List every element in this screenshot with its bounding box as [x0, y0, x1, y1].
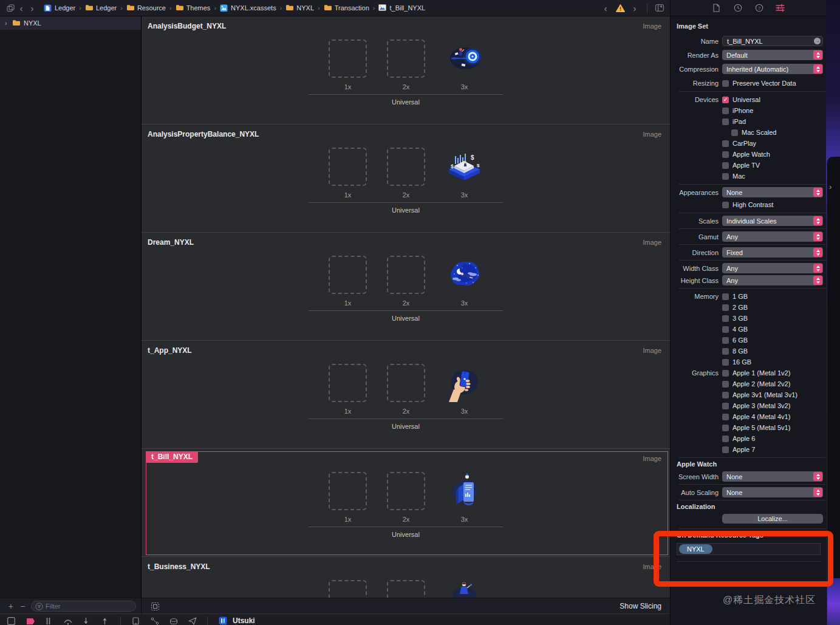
- slot-3x[interactable]: [445, 256, 483, 294]
- back-button[interactable]: ‹: [16, 3, 27, 13]
- width-class-dropdown[interactable]: Any: [722, 263, 823, 273]
- graphics-option[interactable]: Apple 5 (Metal 5v1): [722, 422, 823, 433]
- slot-3x[interactable]: [445, 364, 483, 402]
- checkbox[interactable]: [722, 118, 729, 125]
- breadcrumb-item[interactable]: Themes ›: [176, 4, 220, 12]
- device-option[interactable]: Apple Watch: [722, 149, 823, 160]
- checkbox[interactable]: [722, 392, 729, 398]
- next-issue-button[interactable]: ›: [629, 3, 640, 13]
- checkbox[interactable]: [722, 293, 729, 300]
- step-over-icon[interactable]: [64, 616, 72, 625]
- memory-option[interactable]: 16 GB: [722, 357, 823, 367]
- high-contrast-option[interactable]: High Contrast: [722, 199, 823, 210]
- filter-field[interactable]: [31, 601, 136, 612]
- slot-1x[interactable]: [329, 364, 367, 402]
- slot-2x[interactable]: [387, 472, 425, 510]
- slicing-icon[interactable]: [149, 601, 160, 611]
- checkbox[interactable]: [722, 348, 729, 355]
- show-slicing-button[interactable]: Show Slicing: [620, 602, 661, 610]
- device-option[interactable]: iPhone: [722, 105, 823, 116]
- breadcrumb-item[interactable]: NYXL.xcassets ›: [220, 4, 285, 12]
- checkbox[interactable]: [722, 108, 729, 114]
- remove-button[interactable]: −: [17, 601, 29, 611]
- auto-scaling-dropdown[interactable]: None: [722, 487, 823, 497]
- graphics-option[interactable]: Apple 3v1 (Metal 3v1): [722, 389, 823, 400]
- checkbox[interactable]: [731, 129, 738, 136]
- warning-icon[interactable]: [615, 3, 626, 13]
- checkbox[interactable]: [722, 446, 729, 453]
- slot-2x[interactable]: [387, 39, 425, 78]
- image-set-row[interactable]: AnalysisBudget_NYXL Image 1x 2x 3x Unive…: [142, 16, 670, 125]
- attributes-inspector-icon[interactable]: [775, 3, 786, 13]
- step-out-icon[interactable]: [101, 616, 109, 625]
- slot-1x[interactable]: [329, 39, 367, 78]
- device-option[interactable]: Universal: [722, 94, 823, 105]
- checkbox[interactable]: [722, 202, 729, 208]
- image-set-row[interactable]: AnalysisPropertyBalance_NYXL Image 1x 2x…: [142, 125, 670, 233]
- disclosure-chevron-icon[interactable]: ›: [5, 19, 12, 27]
- graphics-option[interactable]: Apple 4 (Metal 4v1): [722, 411, 823, 422]
- scheme-name[interactable]: Utsuki: [233, 616, 255, 625]
- scales-dropdown[interactable]: Individual Scales: [722, 216, 823, 226]
- memory-option[interactable]: 4 GB: [722, 324, 823, 335]
- send-icon[interactable]: [188, 616, 196, 625]
- checkbox[interactable]: [722, 97, 729, 103]
- history-inspector-icon[interactable]: [732, 3, 743, 13]
- slot-2x[interactable]: [387, 580, 425, 598]
- checkbox[interactable]: [722, 80, 729, 87]
- compression-dropdown[interactable]: Inherited (Automatic): [722, 64, 823, 74]
- breadcrumb-item[interactable]: t_Bill_NYXL ›: [378, 4, 425, 12]
- graphics-option[interactable]: Apple 2 (Metal 2v2): [722, 378, 823, 389]
- screen-width-dropdown[interactable]: None: [722, 471, 823, 482]
- slot-1x[interactable]: [329, 472, 367, 510]
- checkbox[interactable]: [722, 403, 729, 409]
- height-class-dropdown[interactable]: Any: [722, 275, 823, 285]
- file-inspector-icon[interactable]: [711, 3, 722, 13]
- breadcrumb-item[interactable]: Ledger ›: [85, 4, 126, 12]
- hide-debug-area-icon[interactable]: [7, 616, 15, 625]
- odr-tag-token[interactable]: NYXL: [679, 544, 712, 554]
- jump-arrow-icon[interactable]: [814, 38, 821, 44]
- filter-input[interactable]: [46, 603, 132, 610]
- step-into-icon[interactable]: [83, 616, 90, 625]
- slot-2x[interactable]: [387, 148, 425, 186]
- slot-3x[interactable]: [445, 472, 483, 510]
- slot-2x[interactable]: [387, 256, 425, 294]
- direction-dropdown[interactable]: Fixed: [722, 247, 823, 258]
- graphics-option[interactable]: Apple 7: [722, 444, 823, 455]
- checkbox[interactable]: [722, 140, 729, 147]
- memory-option[interactable]: 3 GB: [722, 313, 823, 324]
- checkbox[interactable]: [722, 151, 729, 158]
- appearances-dropdown[interactable]: None: [722, 187, 823, 197]
- checkbox[interactable]: [722, 425, 729, 431]
- checkbox[interactable]: [722, 359, 729, 366]
- preserve-vector-data-option[interactable]: Preserve Vector Data: [722, 78, 823, 89]
- checkbox[interactable]: [722, 435, 729, 442]
- device-option[interactable]: Mac: [722, 171, 823, 182]
- breadcrumb-item[interactable]: Ledger ›: [44, 4, 85, 12]
- checkbox[interactable]: [722, 173, 729, 180]
- checkbox[interactable]: [722, 162, 729, 169]
- help-inspector-icon[interactable]: ?: [754, 3, 765, 13]
- slot-1x[interactable]: [329, 580, 367, 598]
- slot-1x[interactable]: [329, 148, 367, 186]
- network-icon[interactable]: [151, 616, 159, 625]
- previous-issue-button[interactable]: ‹: [600, 3, 611, 13]
- breadcrumb-item[interactable]: Transaction ›: [324, 4, 379, 12]
- image-set-row[interactable]: t_Business_NYXL Image 1x 2x 3x Universal: [142, 557, 670, 598]
- memory-option[interactable]: 2 GB: [722, 302, 823, 313]
- gamut-dropdown[interactable]: Any: [722, 231, 823, 242]
- checkbox[interactable]: [722, 370, 729, 377]
- image-set-row[interactable]: t_App_NYXL Image 1x 2x 3x Universal: [142, 341, 670, 449]
- name-field[interactable]: t_Bill_NYXL: [722, 36, 823, 46]
- memory-option[interactable]: 1 GB: [722, 291, 823, 302]
- breadcrumb-item[interactable]: Resource ›: [126, 4, 176, 12]
- image-set-row[interactable]: Dream_NYXL Image 1x 2x 3x Universal: [142, 233, 670, 341]
- slot-2x[interactable]: [387, 364, 425, 402]
- checkbox[interactable]: [722, 381, 729, 388]
- checkbox[interactable]: [722, 304, 729, 311]
- device-icon[interactable]: [132, 616, 140, 625]
- odr-tags-field[interactable]: NYXL: [677, 543, 821, 555]
- device-option[interactable]: Apple TV: [722, 160, 823, 171]
- device-option[interactable]: iPad: [722, 116, 823, 127]
